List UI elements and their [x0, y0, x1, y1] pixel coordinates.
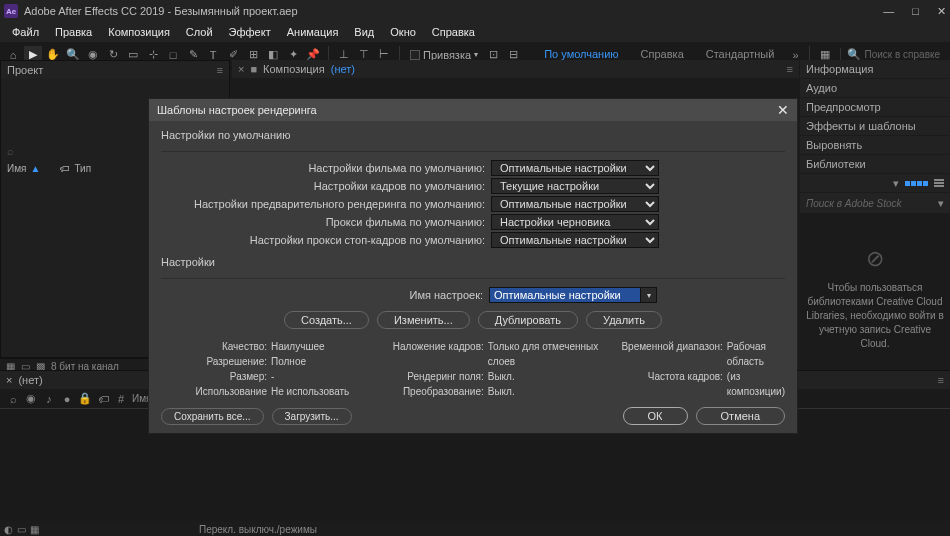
default-still-proxy-label: Настройки прокси стоп-кадров по умолчани… [161, 234, 491, 246]
default-movie-proxy-select[interactable]: Настройки черновика [491, 214, 659, 230]
dialog-footer: Сохранить все... Загрузить... ОК Отмена [149, 399, 797, 433]
default-prerender-row: Настройки предварительного рендеринга по… [161, 196, 785, 212]
info-val: Выкл. [488, 384, 515, 399]
settings-name-input[interactable] [489, 287, 641, 303]
save-all-button[interactable]: Сохранить все... [161, 408, 264, 425]
ok-button[interactable]: ОК [623, 407, 688, 425]
info-key: Размер: [161, 369, 271, 384]
edit-button[interactable]: Изменить... [377, 311, 470, 329]
info-val: Только для отмеченных слоев [488, 339, 599, 369]
default-prerender-select[interactable]: Оптимальные настройки [491, 196, 659, 212]
create-button[interactable]: Создать... [284, 311, 369, 329]
defaults-legend: Настройки по умолчанию [161, 129, 785, 141]
default-movie-select[interactable]: Оптимальные настройки [491, 160, 659, 176]
info-key: Наложение кадров: [378, 339, 488, 369]
settings-button-row: Создать... Изменить... Дублировать Удали… [161, 311, 785, 329]
settings-info-grid: Качество:Наилучшее Разрешение:Полное Раз… [161, 339, 785, 399]
info-col-left: Качество:Наилучшее Разрешение:Полное Раз… [161, 339, 360, 399]
info-key: Разрешение: [161, 354, 271, 369]
default-still-proxy-row: Настройки прокси стоп-кадров по умолчани… [161, 232, 785, 248]
dialog-backdrop: Шаблоны настроек рендеринга ✕ Настройки … [0, 0, 950, 536]
render-settings-templates-dialog: Шаблоны настроек рендеринга ✕ Настройки … [148, 98, 798, 434]
dialog-footer-right: ОК Отмена [623, 407, 785, 425]
delete-button[interactable]: Удалить [586, 311, 662, 329]
duplicate-button[interactable]: Дублировать [478, 311, 578, 329]
info-key: Преобразование: [378, 384, 488, 399]
info-key: Временной диапазон: [617, 339, 727, 369]
dialog-body: Настройки по умолчанию Настройки фильма … [149, 121, 797, 399]
cancel-button[interactable]: Отмена [696, 407, 785, 425]
dialog-close-button[interactable]: ✕ [777, 102, 789, 118]
default-movie-label: Настройки фильма по умолчанию: [161, 162, 491, 174]
settings-section: Настройки Имя настроек: ▾ Создать... Изм… [161, 256, 785, 399]
settings-name-row: Имя настроек: ▾ [161, 287, 785, 303]
load-button[interactable]: Загрузить... [272, 408, 352, 425]
default-frame-label: Настройки кадров по умолчанию: [161, 180, 491, 192]
dialog-titlebar: Шаблоны настроек рендеринга ✕ [149, 99, 797, 121]
divider [161, 151, 785, 152]
info-val: Рабочая область [727, 339, 785, 369]
info-val: - [271, 369, 274, 384]
default-frame-row: Настройки кадров по умолчанию: Текущие н… [161, 178, 785, 194]
defaults-section: Настройки по умолчанию Настройки фильма … [161, 129, 785, 250]
settings-name-label: Имя настроек: [410, 289, 489, 301]
info-col-right: Временной диапазон:Рабочая область Часто… [617, 339, 785, 399]
divider [161, 278, 785, 279]
info-val: Не использовать прокси [271, 384, 360, 399]
default-still-proxy-select[interactable]: Оптимальные настройки [491, 232, 659, 248]
info-key: Качество: [161, 339, 271, 354]
info-col-mid: Наложение кадров:Только для отмеченных с… [378, 339, 599, 399]
settings-name-combo: ▾ [489, 287, 657, 303]
info-key: Частота кадров: [617, 369, 727, 399]
default-movie-proxy-row: Прокси фильма по умолчанию: Настройки че… [161, 214, 785, 230]
info-val: (из композиции) [727, 369, 785, 399]
info-key: Использование прокси: [161, 384, 271, 399]
info-val: Выкл. [488, 369, 515, 384]
info-key: Рендеринг поля: [378, 369, 488, 384]
default-frame-select[interactable]: Текущие настройки [491, 178, 659, 194]
info-val: Наилучшее [271, 339, 325, 354]
dialog-footer-left: Сохранить все... Загрузить... [161, 408, 352, 425]
default-movie-row: Настройки фильма по умолчанию: Оптимальн… [161, 160, 785, 176]
settings-legend: Настройки [161, 256, 785, 268]
dialog-title-text: Шаблоны настроек рендеринга [157, 104, 317, 116]
settings-name-dropdown[interactable]: ▾ [641, 287, 657, 303]
default-movie-proxy-label: Прокси фильма по умолчанию: [161, 216, 491, 228]
info-val: Полное [271, 354, 306, 369]
default-prerender-label: Настройки предварительного рендеринга по… [161, 198, 491, 210]
